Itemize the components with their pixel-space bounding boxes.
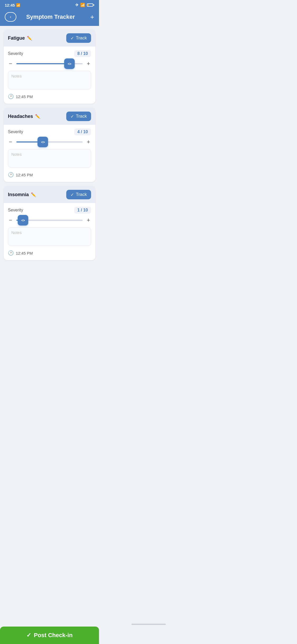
clock-icon-headaches: 🕐 [8, 172, 14, 178]
severity-label-headaches: Severity [8, 130, 23, 134]
notes-field-fatigue[interactable] [8, 71, 91, 89]
time-row-fatigue: 🕐 12:45 PM [8, 94, 91, 99]
notes-field-insomnia[interactable] [8, 227, 91, 246]
time-row-insomnia: 🕐 12:45 PM [8, 250, 91, 256]
clock-icon-fatigue: 🕐 [8, 94, 14, 99]
symptom-name-headaches: Headaches [8, 114, 33, 119]
slider-track-fatigue[interactable]: <> [16, 63, 83, 65]
card-body-fatigue: Severity 8 / 10 − <> + 🕐 12:45 PM [4, 47, 95, 104]
notes-field-headaches[interactable] [8, 149, 91, 168]
card-title-row-headaches: Headaches ✏️ [8, 114, 40, 119]
slider-fill-fatigue [16, 63, 69, 64]
slider-row-headaches: − <> + [8, 139, 91, 145]
symptom-card-headaches: Headaches ✏️ ✓ Track Severity 4 / 10 − <… [4, 108, 95, 182]
wifi-icon: 📶 [80, 3, 85, 7]
edit-icon-headaches[interactable]: ✏️ [35, 114, 40, 119]
severity-row-insomnia: Severity 1 / 10 [8, 207, 91, 214]
back-button[interactable]: ‹ [5, 12, 16, 22]
track-label-headaches: Track [76, 114, 87, 119]
header: ‹ Symptom Tracker + [0, 10, 99, 26]
slider-plus-headaches[interactable]: + [86, 139, 91, 145]
status-bar: 12:45 📶 ✈ 📶 [0, 0, 99, 10]
slider-row-fatigue: − <> + [8, 60, 91, 67]
slider-minus-headaches[interactable]: − [8, 139, 13, 145]
card-title-row-insomnia: Insomnia ✏️ [8, 192, 36, 197]
symptom-name-insomnia: Insomnia [8, 192, 29, 197]
time-display-headaches: 12:45 PM [16, 173, 33, 177]
time-display-fatigue: 12:45 PM [16, 94, 33, 99]
slider-thumb-headaches[interactable]: <> [37, 137, 48, 147]
slider-track-headaches[interactable]: <> [16, 141, 83, 143]
slider-plus-fatigue[interactable]: + [86, 60, 91, 67]
track-label-insomnia: Track [76, 192, 87, 197]
add-symptom-button[interactable]: + [85, 13, 94, 21]
severity-value-headaches: 4 / 10 [74, 128, 91, 135]
time-row-headaches: 🕐 12:45 PM [8, 172, 91, 178]
slider-minus-insomnia[interactable]: − [8, 217, 13, 224]
time-display: 12:45 [5, 3, 15, 7]
card-header-insomnia: Insomnia ✏️ ✓ Track [4, 186, 95, 203]
slider-row-insomnia: − <> + [8, 217, 91, 224]
severity-value-fatigue: 8 / 10 [74, 50, 91, 57]
slider-minus-fatigue[interactable]: − [8, 60, 13, 67]
slider-thumb-insomnia[interactable]: <> [18, 215, 28, 226]
page-title: Symptom Tracker [16, 13, 85, 20]
card-body-headaches: Severity 4 / 10 − <> + 🕐 12:45 PM [4, 125, 95, 182]
edit-icon-insomnia[interactable]: ✏️ [31, 192, 36, 197]
symptom-name-fatigue: Fatigue [8, 35, 25, 41]
track-check-icon-headaches: ✓ [70, 114, 74, 119]
slider-thumb-fatigue[interactable]: <> [64, 58, 75, 69]
track-label-fatigue: Track [76, 35, 87, 41]
time-display-insomnia: 12:45 PM [16, 251, 33, 255]
back-arrow-icon: ‹ [10, 15, 11, 19]
clock-icon-insomnia: 🕐 [8, 250, 14, 256]
track-button-headaches[interactable]: ✓ Track [66, 112, 91, 121]
severity-value-insomnia: 1 / 10 [74, 207, 91, 214]
severity-row-fatigue: Severity 8 / 10 [8, 50, 91, 57]
slider-thumb-icon-insomnia: <> [21, 218, 25, 222]
severity-row-headaches: Severity 4 / 10 [8, 128, 91, 135]
airplane-icon: ✈ [75, 3, 79, 7]
track-check-icon-fatigue: ✓ [70, 36, 74, 41]
severity-label-insomnia: Severity [8, 208, 23, 213]
symptoms-list: Fatigue ✏️ ✓ Track Severity 8 / 10 − <> [0, 26, 99, 287]
track-button-insomnia[interactable]: ✓ Track [66, 190, 91, 199]
card-title-row-fatigue: Fatigue ✏️ [8, 35, 32, 41]
status-right: ✈ 📶 [75, 3, 94, 7]
status-left: 12:45 📶 [5, 3, 20, 7]
track-check-icon-insomnia: ✓ [70, 192, 74, 197]
slider-track-insomnia[interactable]: <> [16, 219, 83, 221]
battery-indicator [87, 3, 94, 7]
slider-thumb-icon-fatigue: <> [68, 62, 71, 66]
card-header-fatigue: Fatigue ✏️ ✓ Track [4, 30, 95, 47]
symptom-card-insomnia: Insomnia ✏️ ✓ Track Severity 1 / 10 − <> [4, 186, 95, 260]
signal-bars-icon: 📶 [16, 3, 20, 7]
slider-thumb-icon-headaches: <> [41, 140, 45, 144]
edit-icon-fatigue[interactable]: ✏️ [27, 36, 32, 41]
severity-label-fatigue: Severity [8, 51, 23, 56]
symptom-card-fatigue: Fatigue ✏️ ✓ Track Severity 8 / 10 − <> [4, 30, 95, 104]
card-body-insomnia: Severity 1 / 10 − <> + 🕐 12:45 PM [4, 203, 95, 260]
slider-plus-insomnia[interactable]: + [86, 217, 91, 224]
track-button-fatigue[interactable]: ✓ Track [66, 33, 91, 43]
card-header-headaches: Headaches ✏️ ✓ Track [4, 108, 95, 125]
